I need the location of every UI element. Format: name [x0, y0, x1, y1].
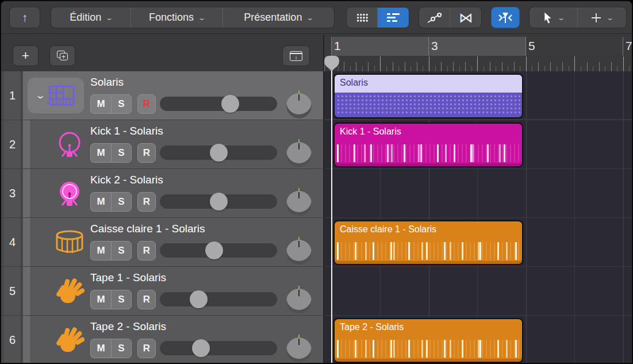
region-caisse-claire1[interactable]: Caisse claire 1 - Solaris — [333, 220, 523, 265]
chevron-down-icon: ⌄ — [306, 14, 314, 22]
add-track-button[interactable]: + — [13, 45, 39, 66]
volume-slider-thumb[interactable] — [210, 193, 228, 210]
grid-view-button[interactable] — [347, 7, 378, 28]
chevron-down-icon: ⌄ — [105, 14, 113, 22]
playhead-handle-icon[interactable] — [324, 56, 339, 71]
track-header-tape1[interactable]: 5 Tape 1 - Solaris — [1, 267, 323, 316]
duplicate-track-button[interactable]: + — [49, 45, 75, 66]
region-tape2[interactable]: Tape 2 - Solaris — [333, 318, 523, 363]
track-header-solaris[interactable]: 1 ⌄ Solaris M S R — [1, 71, 323, 120]
bar-number: 7 — [626, 39, 632, 53]
solo-button[interactable]: S — [111, 143, 132, 163]
region-label: Solaris — [340, 78, 368, 88]
menu-presentation[interactable]: Présentation ⌄ — [223, 7, 334, 28]
pointer-tool-button[interactable]: ⌄ — [530, 7, 578, 28]
tracks-view-icon — [387, 13, 400, 22]
mute-button[interactable]: M — [90, 339, 111, 358]
track-number: 6 — [4, 316, 22, 364]
mute-button[interactable]: M — [90, 241, 111, 260]
volume-slider[interactable] — [160, 292, 277, 306]
track-name[interactable]: Tape 2 - Solaris — [90, 320, 166, 333]
crosshair-icon — [590, 12, 602, 24]
track-name[interactable]: Kick 1 - Solaris — [90, 125, 163, 137]
track-name[interactable]: Tape 1 - Solaris — [90, 271, 166, 284]
track-header-tape2[interactable]: 6 Tape 2 - Solaris — [1, 316, 323, 364]
logic-pro-window: ↑ Édition ⌄ Fonctions ⌄ Présentation ⌄ — [0, 0, 633, 364]
bar-number: 5 — [528, 39, 535, 53]
volume-slider-thumb[interactable] — [210, 144, 228, 162]
volume-slider[interactable] — [160, 194, 277, 209]
record-enable-button[interactable]: R — [137, 290, 156, 309]
view-mode-toggle — [346, 7, 409, 28]
pan-knob[interactable] — [286, 191, 312, 216]
midi-draw-icon: ⋈ — [459, 10, 473, 26]
solo-button[interactable]: S — [111, 192, 132, 212]
kick-drum-outline-icon — [55, 130, 85, 160]
volume-slider-thumb[interactable] — [192, 339, 210, 357]
ruler-highlight-range — [332, 37, 526, 56]
track-number: 2 — [4, 120, 22, 168]
volume-slider-thumb[interactable] — [205, 242, 223, 259]
midi-notes-preview — [337, 144, 520, 162]
track-name[interactable]: Solaris — [90, 76, 124, 89]
solo-button[interactable]: S — [111, 94, 132, 114]
record-enable-button[interactable]: R — [137, 143, 156, 163]
midi-notes-preview — [337, 242, 520, 260]
catch-playhead-button[interactable] — [491, 7, 520, 28]
playhead[interactable] — [331, 56, 332, 364]
volume-slider[interactable] — [160, 341, 277, 355]
region-label: Caisse claire 1 - Solaris — [340, 224, 436, 235]
region-solaris-pattern[interactable]: Solaris — [333, 74, 523, 118]
volume-slider-thumb[interactable] — [221, 95, 239, 113]
volume-slider[interactable] — [160, 243, 277, 258]
automation-button[interactable] — [419, 7, 450, 28]
solo-button[interactable]: S — [111, 339, 132, 358]
volume-slider[interactable] — [160, 145, 277, 160]
bar-ruler[interactable]: 1 3 5 7 — [324, 35, 633, 71]
volume-slider-thumb[interactable] — [190, 290, 208, 308]
menu-edition[interactable]: Édition ⌄ — [51, 7, 131, 28]
record-enable-button[interactable]: R — [137, 339, 156, 358]
snare-drum-icon — [54, 229, 85, 256]
track-name[interactable]: Kick 2 - Solaris — [90, 174, 163, 186]
pan-knob[interactable] — [286, 338, 312, 363]
track-header-kick2[interactable]: 3 Kick 2 - Solaris — [1, 169, 323, 218]
record-enable-button[interactable]: R — [137, 94, 156, 114]
main-toolbar: ↑ Édition ⌄ Fonctions ⌄ Présentation ⌄ — [1, 1, 633, 34]
track-header-config-button[interactable]: ↓ — [282, 45, 310, 66]
track-stack-indent — [23, 169, 31, 217]
pan-knob[interactable] — [286, 93, 312, 118]
back-button[interactable]: ↑ — [9, 7, 40, 28]
mute-button[interactable]: M — [90, 143, 111, 163]
region-label: Kick 1 - Solaris — [340, 127, 401, 137]
menu-fonctions[interactable]: Fonctions ⌄ — [131, 7, 222, 28]
chevron-down-icon: ⌄ — [198, 14, 206, 22]
pan-knob[interactable] — [286, 289, 312, 314]
track-header-kick1[interactable]: 2 Kick 1 - Solaris — [1, 120, 323, 169]
mute-button[interactable]: M — [90, 290, 111, 309]
mute-button[interactable]: M — [90, 94, 111, 114]
bar-number: 1 — [334, 39, 341, 53]
track-header-config-icon: ↓ — [290, 51, 302, 61]
track-header-caisse-claire1[interactable]: 4 Caisse claire 1 - Solaris M — [1, 218, 323, 267]
region-kick1[interactable]: Kick 1 - Solaris — [333, 122, 523, 167]
pattern-region-body — [336, 94, 520, 116]
tracks-view-button[interactable] — [378, 7, 409, 28]
solo-button[interactable]: S — [111, 241, 132, 260]
pan-knob[interactable] — [286, 142, 312, 167]
track-stack-indent — [23, 267, 31, 315]
volume-slider[interactable] — [160, 97, 277, 111]
grid-view-icon — [356, 13, 368, 22]
secondary-tool-button[interactable]: ⌄ — [578, 7, 626, 28]
mute-button[interactable]: M — [90, 192, 111, 212]
arrange-area: 1 3 5 7 Solaris Kick 1 - Solaris — [323, 35, 633, 364]
track-name[interactable]: Caisse claire 1 - Solaris — [90, 223, 205, 235]
solo-button[interactable]: S — [111, 290, 132, 309]
midi-draw-button[interactable]: ⋈ — [450, 7, 481, 28]
track-stack-disclosure-button[interactable]: ⌄ — [28, 78, 84, 113]
record-enable-button[interactable]: R — [137, 241, 156, 260]
midi-notes-preview — [337, 340, 520, 358]
record-enable-button[interactable]: R — [137, 192, 156, 212]
pan-knob[interactable] — [286, 240, 312, 265]
automation-curve-icon — [427, 12, 442, 24]
